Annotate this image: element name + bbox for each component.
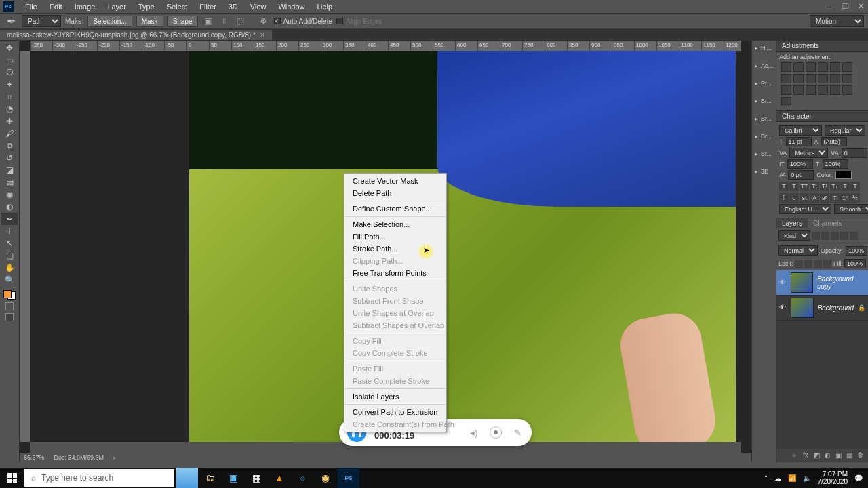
healing-brush-tool[interactable]: ✚	[1, 115, 18, 127]
tray-clock[interactable]: 7:07 PM7/20/2020	[818, 470, 848, 485]
half-button[interactable]: ½	[850, 193, 860, 203]
tracking-input[interactable]	[842, 148, 867, 158]
blend-mode-select[interactable]: Normal	[778, 245, 818, 256]
task-calendar[interactable]: ▦	[245, 468, 267, 488]
dock-item-2[interactable]: ▸Pr...	[752, 79, 776, 88]
adj-exposure-icon[interactable]	[818, 62, 828, 72]
dock-item-0[interactable]: ▸Hi...	[752, 43, 776, 53]
lasso-tool[interactable]: ⵔ	[1, 66, 18, 79]
dock-item-7[interactable]: ▸3D	[752, 167, 776, 176]
gear-icon[interactable]: ⚙	[258, 15, 270, 27]
eraser-tool[interactable]: ◪	[1, 164, 18, 176]
filter-smart-icon[interactable]	[850, 232, 858, 240]
webcam-icon[interactable]	[490, 426, 502, 439]
adj-more2-icon[interactable]	[842, 85, 852, 95]
ctx-delete-path[interactable]: Delete Path	[344, 187, 446, 199]
link-layers-icon[interactable]: ⟐	[792, 451, 800, 460]
layers-tab[interactable]: Layers	[776, 218, 808, 228]
baseline-input[interactable]	[788, 170, 814, 180]
filter-type-icon[interactable]	[831, 232, 839, 240]
dock-item-3[interactable]: ▸Br...	[752, 96, 776, 106]
document-tab[interactable]: melissa-askew-YJY8PIKH9Qo-unsplash.jpg @…	[0, 30, 272, 40]
adj-channelmixer-icon[interactable]	[818, 74, 828, 83]
ctx-make-selection[interactable]: Make Selection...	[344, 218, 446, 230]
ctx-free-transform-points[interactable]: Free Transform Points	[344, 267, 446, 279]
tray-notifications-icon[interactable]: 💬	[854, 474, 863, 482]
ctx-define-custom-shape[interactable]: Define Custom Shape...	[344, 203, 446, 215]
visibility-icon[interactable]: 👁	[779, 279, 787, 287]
menu-3d[interactable]: 3D	[222, 1, 244, 12]
menu-select[interactable]: Select	[161, 1, 194, 12]
task-thumbnail[interactable]	[176, 468, 198, 488]
allcaps-button[interactable]: TT	[800, 182, 809, 191]
make-selection-button[interactable]: Selection...	[87, 16, 132, 27]
dock-item-6[interactable]: ▸Br...	[752, 149, 776, 159]
adj-curves-icon[interactable]	[806, 62, 816, 72]
menu-help[interactable]: Help	[311, 1, 339, 12]
path-operations-icon[interactable]: ▣	[202, 15, 214, 27]
adj-vibrance-icon[interactable]	[830, 62, 840, 72]
new-adjustment-icon[interactable]: ◐	[825, 451, 833, 460]
pen-tool[interactable]: ✒	[1, 213, 18, 225]
underline-button[interactable]: T	[840, 182, 850, 191]
close-icon[interactable]: ✕	[260, 31, 265, 39]
zoom-tool[interactable]: 🔍	[1, 274, 18, 286]
kerning-select[interactable]: Metrics	[789, 148, 828, 158]
task-vlc[interactable]: ▲	[269, 468, 290, 488]
task-vscode[interactable]: ⟐	[292, 468, 313, 488]
menu-filter[interactable]: Filter	[193, 1, 222, 12]
adj-brightness-icon[interactable]	[781, 62, 791, 72]
delete-layer-icon[interactable]: 🗑	[857, 451, 865, 460]
fill-input[interactable]	[844, 259, 866, 268]
ctx-convert-path-to-extrusion[interactable]: Convert Path to Extrusion	[344, 406, 446, 418]
path-arrangement-icon[interactable]: ⬚	[235, 15, 247, 27]
canvas[interactable]: Create Vector MaskDelete PathDefine Cust…	[30, 51, 741, 442]
menu-view[interactable]: View	[244, 1, 273, 12]
menu-layer[interactable]: Layer	[101, 1, 132, 12]
menu-file[interactable]: File	[19, 1, 43, 12]
stylistic-button[interactable]: st	[800, 193, 809, 203]
text-color-swatch[interactable]	[835, 171, 852, 179]
auto-add-delete-checkbox[interactable]: Auto Add/Delete	[274, 18, 332, 25]
move-tool[interactable]: ✥	[1, 42, 18, 54]
leading-input[interactable]	[821, 137, 847, 146]
character-tab[interactable]: Character	[776, 111, 868, 122]
dock-item-5[interactable]: ▸Br...	[752, 131, 776, 141]
font-size-input[interactable]	[786, 137, 812, 146]
fractions-button[interactable]: T	[830, 193, 840, 203]
brush-tool[interactable]: 🖌	[1, 127, 18, 140]
adjustments-tab[interactable]: Adjustments	[776, 41, 868, 52]
minimize-button[interactable]: ─	[823, 1, 838, 13]
ctx-isolate-layers[interactable]: Isolate Layers	[344, 390, 446, 403]
adj-more-icon[interactable]	[830, 85, 840, 95]
annotate-icon[interactable]: ✎	[511, 426, 524, 439]
opacity-input[interactable]	[846, 246, 867, 256]
hand-tool[interactable]: ✋	[1, 262, 18, 274]
filter-adjustment-icon[interactable]	[821, 232, 829, 240]
task-edge[interactable]: ▣	[222, 468, 244, 488]
superscript-button[interactable]: T¹	[820, 182, 829, 191]
ctx-stroke-path[interactable]: Stroke Path...	[344, 243, 446, 255]
ordinals-button[interactable]: aª	[820, 193, 829, 203]
maximize-button[interactable]: ❐	[838, 1, 853, 13]
new-group-icon[interactable]: ▣	[835, 451, 844, 460]
tray-wifi-icon[interactable]: 📶	[788, 474, 796, 482]
layer-item[interactable]: 👁Background copy	[776, 270, 868, 296]
oldstyle-button[interactable]: σ	[789, 193, 799, 203]
task-explorer[interactable]: 🗂	[199, 468, 221, 488]
lock-pixels-icon[interactable]	[804, 260, 812, 268]
adj-photofilter-icon[interactable]	[806, 74, 816, 83]
marquee-tool[interactable]: ▭	[1, 54, 18, 66]
adj-hue-icon[interactable]	[842, 62, 852, 72]
path-alignment-icon[interactable]: ⫴	[218, 15, 231, 27]
taskbar-search[interactable]: ⌕ Type here to search	[24, 469, 174, 487]
bold-button[interactable]: T	[779, 182, 789, 191]
clone-stamp-tool[interactable]: ⧉	[1, 140, 18, 152]
crop-tool[interactable]: ⌗	[1, 91, 18, 103]
dodge-tool[interactable]: ◐	[1, 201, 18, 213]
blur-tool[interactable]: ◉	[1, 188, 18, 201]
type-tool[interactable]: T	[1, 225, 18, 237]
antialias-select[interactable]: Smooth	[834, 204, 868, 214]
path-selection-tool[interactable]: ↖	[1, 237, 18, 249]
layer-mask-icon[interactable]: ◩	[814, 451, 822, 460]
